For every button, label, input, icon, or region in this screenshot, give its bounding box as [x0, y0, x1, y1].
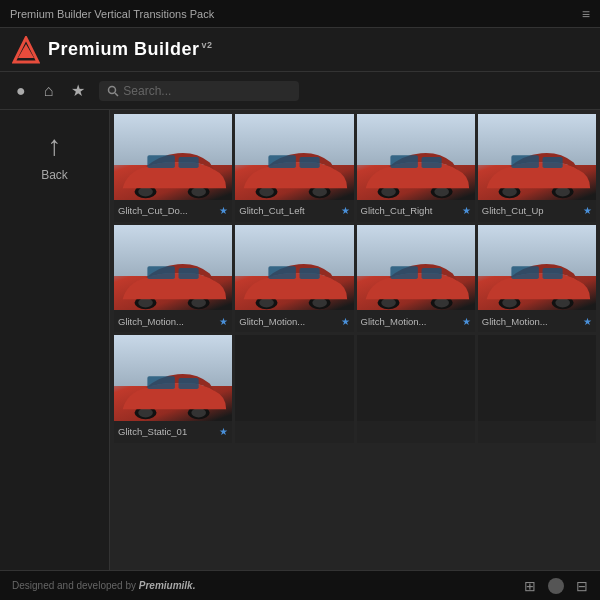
search-box[interactable] [99, 81, 299, 101]
svg-rect-21 [421, 157, 441, 168]
logo-text: Premium Builderv2 [48, 39, 213, 60]
svg-rect-57 [179, 378, 199, 389]
list-item-empty [235, 335, 353, 443]
svg-point-6 [138, 188, 153, 197]
star-icon: ★ [462, 205, 471, 216]
search-input[interactable] [123, 84, 291, 98]
svg-point-54 [138, 409, 153, 418]
star-icon: ★ [583, 316, 592, 327]
svg-point-12 [260, 188, 275, 197]
home-button[interactable]: ⌂ [40, 78, 58, 104]
content-area: Glitch_Cut_Do... ★ [110, 110, 600, 570]
star-icon: ★ [462, 316, 471, 327]
header: Premium Builderv2 [0, 28, 600, 72]
svg-rect-32 [147, 266, 174, 279]
star-icon: ★ [219, 205, 228, 216]
search-icon [107, 85, 119, 97]
svg-rect-38 [269, 266, 296, 279]
main-layout: ↑ Back [0, 110, 600, 570]
svg-rect-39 [300, 268, 320, 279]
car-image [235, 246, 353, 310]
item-label: Glitch_Cut_Up ★ [478, 200, 596, 222]
list-item[interactable]: Glitch_Motion... ★ [114, 225, 232, 333]
svg-rect-15 [300, 157, 320, 168]
back-arrow-icon: ↑ [48, 130, 62, 162]
bottom-bar: Designed and developed by Premiumilk. ⊞ … [0, 570, 600, 600]
svg-rect-56 [147, 377, 174, 390]
svg-point-13 [313, 188, 328, 197]
item-label: Glitch_Motion... ★ [478, 310, 596, 332]
content-grid: Glitch_Cut_Do... ★ [114, 114, 596, 443]
list-item[interactable]: Glitch_Cut_Up ★ [478, 114, 596, 222]
title-bar-text: Premium Builder Vertical Transitions Pac… [10, 8, 214, 20]
logo-icon [12, 36, 40, 64]
car-image [114, 356, 232, 420]
item-label: Glitch_Motion... ★ [114, 310, 232, 332]
back-label: Back [41, 168, 68, 182]
grid-view-button[interactable]: ⊞ [524, 578, 536, 594]
list-item[interactable]: Glitch_Motion... ★ [357, 225, 475, 333]
svg-rect-8 [147, 156, 174, 169]
svg-rect-50 [511, 266, 538, 279]
car-image [357, 135, 475, 199]
svg-point-55 [191, 409, 206, 418]
sidebar: ↑ Back [0, 110, 110, 570]
star-icon: ★ [341, 316, 350, 327]
svg-rect-27 [542, 157, 562, 168]
item-label-empty [357, 421, 475, 443]
circle-toggle-button[interactable] [548, 578, 564, 594]
circle-button[interactable]: ● [12, 78, 30, 104]
svg-point-36 [260, 298, 275, 307]
svg-rect-26 [511, 156, 538, 169]
toolbar: ● ⌂ ★ [0, 72, 600, 110]
list-item-empty [478, 335, 596, 443]
title-bar: Premium Builder Vertical Transitions Pac… [0, 0, 600, 28]
svg-point-24 [502, 188, 517, 197]
list-item-empty [357, 335, 475, 443]
car-image [478, 246, 596, 310]
svg-point-48 [502, 298, 517, 307]
svg-point-19 [434, 188, 449, 197]
svg-point-43 [434, 298, 449, 307]
back-button[interactable]: ↑ Back [41, 130, 68, 182]
credit-text: Designed and developed by [12, 580, 136, 591]
svg-rect-45 [421, 268, 441, 279]
item-label-empty [478, 421, 596, 443]
svg-point-2 [109, 86, 116, 93]
svg-line-3 [115, 93, 118, 96]
list-item[interactable]: Glitch_Motion... ★ [235, 225, 353, 333]
svg-rect-33 [179, 268, 199, 279]
brand-name: Premiumilk. [139, 580, 196, 591]
list-view-button[interactable]: ⊟ [576, 578, 588, 594]
svg-point-42 [381, 298, 396, 307]
star-icon: ★ [583, 205, 592, 216]
item-label-empty [235, 421, 353, 443]
svg-rect-44 [390, 266, 417, 279]
star-button[interactable]: ★ [67, 77, 89, 104]
car-image [114, 246, 232, 310]
title-bar-menu[interactable]: ≡ [582, 6, 590, 22]
list-item[interactable]: Glitch_Static_01 ★ [114, 335, 232, 443]
svg-point-25 [555, 188, 570, 197]
list-item[interactable]: Glitch_Cut_Do... ★ [114, 114, 232, 222]
svg-rect-51 [542, 268, 562, 279]
svg-point-18 [381, 188, 396, 197]
car-image [357, 246, 475, 310]
car-image [235, 135, 353, 199]
svg-point-49 [555, 298, 570, 307]
list-item[interactable]: Glitch_Cut_Right ★ [357, 114, 475, 222]
list-item[interactable]: Glitch_Cut_Left ★ [235, 114, 353, 222]
svg-rect-14 [269, 156, 296, 169]
list-item[interactable]: Glitch_Motion... ★ [478, 225, 596, 333]
svg-rect-9 [179, 157, 199, 168]
item-label: Glitch_Cut_Right ★ [357, 200, 475, 222]
svg-point-30 [138, 298, 153, 307]
bottom-bar-controls: ⊞ ⊟ [524, 578, 588, 594]
star-icon: ★ [219, 316, 228, 327]
item-label: Glitch_Motion... ★ [357, 310, 475, 332]
car-image [478, 135, 596, 199]
svg-point-37 [313, 298, 328, 307]
item-label: Glitch_Static_01 ★ [114, 421, 232, 443]
item-label: Glitch_Motion... ★ [235, 310, 353, 332]
item-label: Glitch_Cut_Do... ★ [114, 200, 232, 222]
